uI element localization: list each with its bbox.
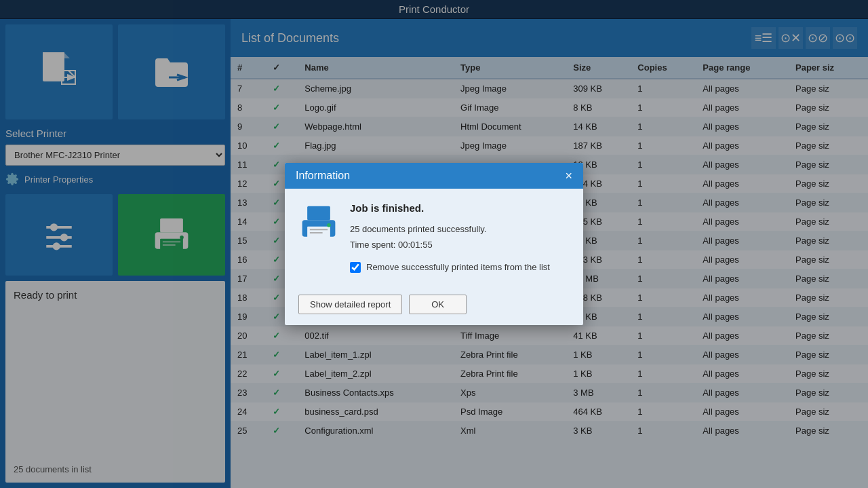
remove-checkbox[interactable] — [350, 262, 361, 273]
show-detailed-button[interactable]: Show detailed report — [298, 295, 402, 314]
svg-rect-18 — [307, 206, 330, 221]
job-finished-text: Job is finished. — [350, 202, 570, 214]
modal-printer-icon — [298, 202, 339, 272]
remove-checkbox-label: Remove successfully printed items from t… — [366, 262, 550, 272]
modal-overlay: Information × Job is finished. 25 docume… — [0, 0, 868, 488]
modal-close-button[interactable]: × — [565, 170, 572, 182]
remove-printed-row: Remove successfully printed items from t… — [350, 262, 570, 273]
docs-printed-text: 25 documents printed successfully. — [350, 222, 570, 237]
modal-content: Job is finished. 25 documents printed su… — [350, 202, 570, 272]
modal-stats: 25 documents printed successfully. Time … — [350, 222, 570, 252]
modal-body: Job is finished. 25 documents printed su… — [285, 189, 583, 286]
svg-rect-21 — [310, 232, 323, 233]
modal-header: Information × — [285, 163, 583, 189]
modal-footer: Show detailed report OK — [285, 286, 583, 325]
svg-rect-20 — [310, 229, 328, 231]
printer-svg-icon — [298, 202, 339, 243]
modal-title: Information — [296, 170, 350, 182]
information-modal: Information × Job is finished. 25 docume… — [285, 163, 583, 324]
ok-button[interactable]: OK — [409, 295, 467, 314]
svg-point-22 — [327, 223, 331, 227]
time-spent-text: Time spent: 00:01:55 — [350, 238, 570, 252]
